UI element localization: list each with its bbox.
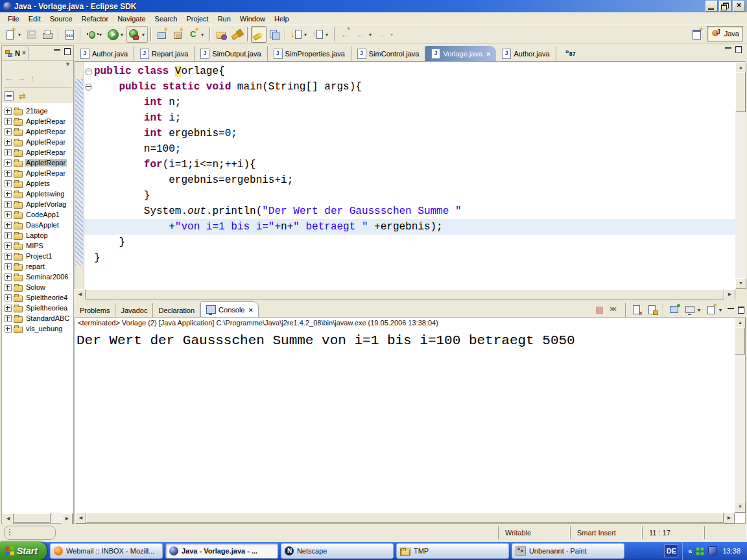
menu-item-window[interactable]: Window [235,14,270,24]
new-java-project-button[interactable] [154,26,170,43]
tree-row[interactable]: repart [2,261,73,272]
menu-item-project[interactable]: Project [182,14,213,24]
expander-icon[interactable] [5,242,12,250]
scroll-thumb[interactable] [735,327,745,355]
tree-row[interactable]: AppletRepar [2,147,73,158]
java-perspective-button[interactable]: Java [707,26,743,41]
show-selected-element-button[interactable] [267,26,282,43]
expander-icon[interactable] [5,201,12,208]
tree-row[interactable]: StandardABC [2,313,73,323]
panel-tab-declaration[interactable]: Declaration [153,303,200,317]
expander-icon[interactable] [5,180,12,187]
new-class-button[interactable]: ▾ [185,26,207,43]
menu-item-help[interactable]: Help [270,14,294,24]
editor-minimize-button[interactable] [724,45,733,53]
clear-console-button[interactable] [629,303,645,317]
language-indicator[interactable]: DE [664,544,678,557]
dropdown-arrow-icon[interactable]: ▾ [141,32,146,38]
expander-icon[interactable] [5,315,12,322]
collapse-all-icon[interactable] [5,91,14,100]
annotation-ruler[interactable] [75,62,84,289]
minimize-button[interactable] [706,1,718,12]
pin-console-button[interactable] [667,303,682,317]
tree-row[interactable]: AppletRepar [2,116,73,126]
nav-up-button[interactable]: ↑ [30,73,35,83]
open-console-button[interactable]: ▾ [704,303,725,317]
scroll-thumb[interactable] [14,513,51,523]
tree-row[interactable]: MIPS [2,240,73,251]
menu-item-file[interactable]: File [3,14,24,24]
expander-icon[interactable] [5,253,12,260]
tree-row[interactable]: AppletRepar [2,158,73,168]
nav-forward-button[interactable]: → [18,73,26,83]
scroll-left-icon[interactable]: ◀ [75,513,86,524]
restore-button[interactable] [719,1,731,12]
close-icon[interactable]: × [22,49,26,56]
last-edit-location-button[interactable] [338,26,353,43]
expander-icon[interactable] [5,191,12,198]
editor-vscrollbar[interactable]: ▲ ▼ [735,62,746,289]
scroll-thumb[interactable] [86,513,724,523]
dropdown-arrow-icon[interactable]: ▾ [119,32,124,38]
save-button[interactable] [24,26,40,43]
run-external-button[interactable]: ▾ [126,26,148,43]
menu-item-navigate[interactable]: Navigate [113,14,150,24]
editor-tab[interactable]: Author.java [496,46,556,61]
menu-item-refactor[interactable]: Refactor [77,14,113,24]
console-vscrollbar[interactable]: ▲ ▼ [735,318,745,513]
debug-button[interactable]: ▾ [84,26,105,43]
tree-row[interactable]: vis_uebung [2,323,73,334]
display-console-button[interactable]: ▾ [682,303,704,317]
expander-icon[interactable] [5,211,12,218]
panel-tab-problems[interactable]: Problems [75,303,115,317]
expander-icon[interactable] [5,139,12,146]
open-perspective-button[interactable] [687,26,707,41]
expander-icon[interactable] [5,170,12,177]
dropdown-arrow-icon[interactable]: ▾ [368,32,373,38]
tree-row[interactable]: Appletswing [2,189,73,199]
forward-button[interactable]: ▾ [375,26,396,43]
tree-row[interactable]: Project1 [2,251,73,261]
menu-item-search[interactable]: Search [150,14,182,24]
start-button[interactable]: Start [0,542,47,560]
expander-icon[interactable] [5,118,12,125]
expander-icon[interactable] [5,149,12,156]
next-annotation-button[interactable]: ▾ [289,26,310,43]
code-content[interactable]: public class Vorlage{ public static void… [94,64,735,266]
dropdown-arrow-icon[interactable]: ▾ [389,32,394,38]
new-wizard-button[interactable]: ▾ [3,26,24,43]
close-button[interactable] [733,1,745,12]
menu-item-run[interactable]: Run [213,14,235,24]
tray-chevron-icon[interactable]: « [688,547,692,555]
dropdown-arrow-icon[interactable]: ▾ [17,32,22,38]
editor-maximize-button[interactable] [734,45,743,53]
expander-icon[interactable] [5,284,12,291]
menu-item-source[interactable]: Source [45,14,77,24]
tree-row[interactable]: Spieltheorie4 [2,292,73,303]
tree-row[interactable]: AppletRepar [2,137,73,147]
editor-tab[interactable]: Author.java [75,46,134,61]
navigator-hscrollbar[interactable]: ◀ ▶ [3,513,73,523]
tree-row[interactable]: Laptop [2,230,73,240]
expander-icon[interactable] [5,325,12,332]
expander-icon[interactable] [5,222,12,229]
tree-row[interactable]: DasApplet [2,220,73,230]
fast-view-bar[interactable] [4,526,56,540]
dropdown-arrow-icon[interactable]: ▾ [303,32,308,38]
task-button[interactable]: Netscape [281,543,394,559]
editor-tab[interactable]: SimProperties.java [268,46,351,61]
dropdown-arrow-icon[interactable]: ▾ [98,32,103,38]
view-minimize-button[interactable] [53,47,62,55]
editor-tab[interactable]: SimControl.java [351,46,426,61]
fold-collapse-icon[interactable] [85,84,92,91]
fold-margin[interactable] [84,62,93,289]
back-button[interactable]: ▾ [353,26,375,43]
panel-tab-console[interactable]: Console× [200,301,259,317]
task-button[interactable]: TMP [396,543,509,559]
expander-icon[interactable] [5,294,12,301]
previous-annotation-button[interactable]: ▾ [310,26,331,43]
tree-row[interactable]: 21tage [2,106,73,116]
console-output[interactable]: Der Wert der Gaussschen Summe von i=1 bi… [75,330,735,513]
link-editor-icon[interactable]: ⇄ [19,91,26,101]
code-editor[interactable]: public class Vorlage{ public static void… [75,62,735,289]
